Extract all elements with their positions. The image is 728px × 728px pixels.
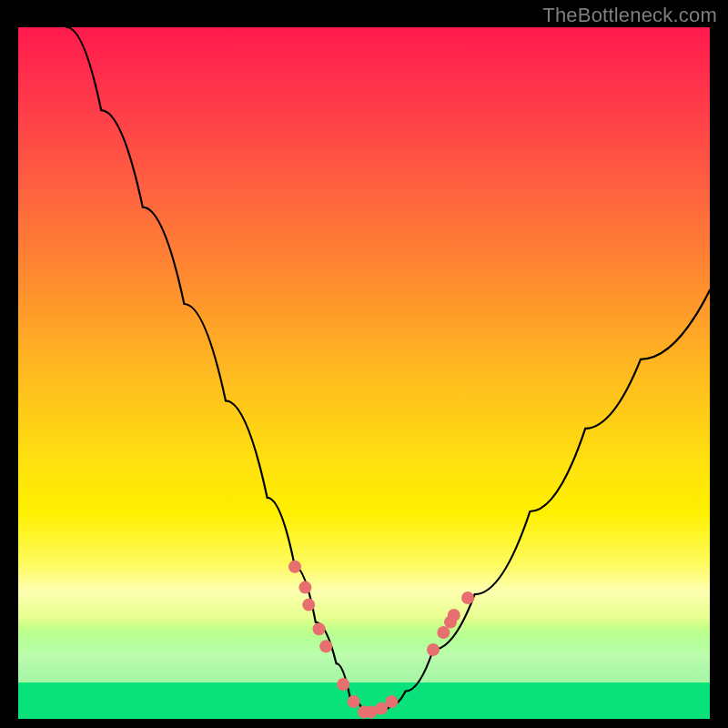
highlight-dot (461, 592, 474, 604)
bottleneck-curve (66, 27, 710, 712)
highlight-dot (348, 695, 360, 708)
highlight-dot (319, 640, 332, 652)
watermark-text: TheBottleneck.com (542, 4, 717, 27)
highlight-dot (313, 622, 326, 635)
highlight-dot (302, 599, 315, 612)
highlight-dots (288, 561, 474, 719)
highlight-dot (385, 695, 398, 708)
chart-svg (18, 27, 710, 719)
highlight-dot (298, 581, 311, 594)
highlight-dot (444, 616, 457, 629)
highlight-dot (375, 703, 388, 715)
highlight-dot (288, 561, 301, 573)
highlight-dot (437, 626, 450, 639)
chart-frame (18, 27, 710, 719)
highlight-dot (337, 678, 349, 691)
highlight-dot (427, 643, 440, 656)
